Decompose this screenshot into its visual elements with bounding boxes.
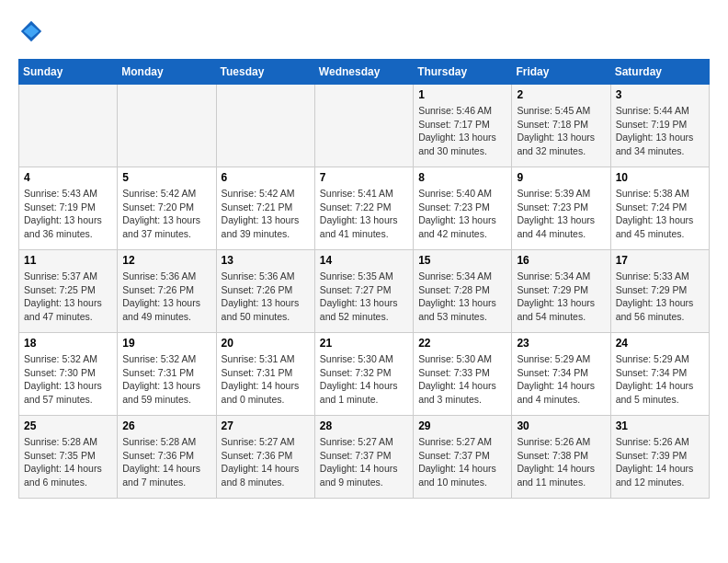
calendar-cell	[118, 85, 216, 167]
day-info: Sunrise: 5:42 AM Sunset: 7:21 PM Dayligh…	[222, 187, 310, 241]
calendar-cell: 17Sunrise: 5:33 AM Sunset: 7:29 PM Dayli…	[610, 250, 709, 333]
day-number: 26	[122, 419, 210, 432]
calendar-cell: 12Sunrise: 5:36 AM Sunset: 7:26 PM Dayli…	[118, 250, 216, 333]
logo	[18, 18, 48, 44]
day-info: Sunrise: 5:28 AM Sunset: 7:35 PM Dayligh…	[24, 435, 112, 489]
calendar-cell: 29Sunrise: 5:27 AM Sunset: 7:37 PM Dayli…	[414, 416, 512, 499]
day-info: Sunrise: 5:43 AM Sunset: 7:19 PM Dayligh…	[24, 187, 112, 241]
day-info: Sunrise: 5:41 AM Sunset: 7:22 PM Dayligh…	[320, 187, 408, 241]
day-info: Sunrise: 5:29 AM Sunset: 7:34 PM Dayligh…	[616, 352, 704, 407]
day-number: 24	[616, 337, 704, 350]
day-number: 30	[517, 419, 605, 432]
day-info: Sunrise: 5:38 AM Sunset: 7:24 PM Dayligh…	[616, 187, 704, 241]
day-info: Sunrise: 5:40 AM Sunset: 7:23 PM Dayligh…	[418, 187, 506, 241]
day-info: Sunrise: 5:26 AM Sunset: 7:38 PM Dayligh…	[517, 435, 605, 489]
weekday-header-monday: Monday	[118, 60, 216, 85]
day-info: Sunrise: 5:32 AM Sunset: 7:31 PM Dayligh…	[122, 352, 210, 407]
calendar-cell: 27Sunrise: 5:27 AM Sunset: 7:36 PM Dayli…	[216, 416, 314, 499]
day-info: Sunrise: 5:30 AM Sunset: 7:32 PM Dayligh…	[320, 352, 408, 407]
calendar-cell: 9Sunrise: 5:39 AM Sunset: 7:23 PM Daylig…	[512, 167, 610, 250]
day-info: Sunrise: 5:37 AM Sunset: 7:25 PM Dayligh…	[24, 270, 112, 324]
day-number: 8	[418, 171, 506, 184]
day-info: Sunrise: 5:36 AM Sunset: 7:26 PM Dayligh…	[222, 270, 310, 324]
calendar-cell: 19Sunrise: 5:32 AM Sunset: 7:31 PM Dayli…	[118, 333, 216, 416]
week-row-5: 25Sunrise: 5:28 AM Sunset: 7:35 PM Dayli…	[19, 416, 710, 499]
day-number: 22	[418, 337, 506, 350]
day-number: 1	[418, 88, 506, 101]
day-info: Sunrise: 5:27 AM Sunset: 7:36 PM Dayligh…	[222, 435, 310, 489]
day-number: 10	[616, 171, 704, 184]
calendar-cell: 8Sunrise: 5:40 AM Sunset: 7:23 PM Daylig…	[414, 167, 512, 250]
day-info: Sunrise: 5:45 AM Sunset: 7:18 PM Dayligh…	[517, 104, 605, 158]
day-info: Sunrise: 5:46 AM Sunset: 7:17 PM Dayligh…	[418, 104, 506, 158]
calendar-cell: 20Sunrise: 5:31 AM Sunset: 7:31 PM Dayli…	[216, 333, 314, 416]
day-info: Sunrise: 5:35 AM Sunset: 7:27 PM Dayligh…	[320, 270, 408, 324]
week-row-2: 4Sunrise: 5:43 AM Sunset: 7:19 PM Daylig…	[19, 167, 710, 250]
calendar-cell	[19, 85, 118, 167]
logo-icon	[18, 18, 44, 44]
weekday-header-row: SundayMondayTuesdayWednesdayThursdayFrid…	[19, 60, 710, 85]
week-row-3: 11Sunrise: 5:37 AM Sunset: 7:25 PM Dayli…	[19, 250, 710, 333]
calendar-cell	[216, 85, 314, 167]
calendar-cell: 25Sunrise: 5:28 AM Sunset: 7:35 PM Dayli…	[19, 416, 118, 499]
day-info: Sunrise: 5:39 AM Sunset: 7:23 PM Dayligh…	[517, 187, 605, 241]
day-info: Sunrise: 5:28 AM Sunset: 7:36 PM Dayligh…	[122, 435, 210, 489]
calendar-cell: 2Sunrise: 5:45 AM Sunset: 7:18 PM Daylig…	[512, 85, 610, 167]
day-number: 15	[418, 254, 506, 267]
day-info: Sunrise: 5:33 AM Sunset: 7:29 PM Dayligh…	[616, 270, 704, 324]
calendar-cell: 11Sunrise: 5:37 AM Sunset: 7:25 PM Dayli…	[19, 250, 118, 333]
day-number: 17	[616, 254, 704, 267]
day-info: Sunrise: 5:26 AM Sunset: 7:39 PM Dayligh…	[616, 435, 704, 489]
calendar-cell: 10Sunrise: 5:38 AM Sunset: 7:24 PM Dayli…	[610, 167, 709, 250]
day-info: Sunrise: 5:34 AM Sunset: 7:28 PM Dayligh…	[418, 270, 506, 324]
day-number: 21	[320, 337, 408, 350]
day-number: 28	[320, 419, 408, 432]
day-number: 13	[222, 254, 310, 267]
page-header	[18, 18, 710, 44]
day-number: 18	[24, 337, 112, 350]
calendar-cell: 3Sunrise: 5:44 AM Sunset: 7:19 PM Daylig…	[610, 85, 709, 167]
day-number: 11	[24, 254, 112, 267]
calendar-cell: 6Sunrise: 5:42 AM Sunset: 7:21 PM Daylig…	[216, 167, 314, 250]
day-number: 7	[320, 171, 408, 184]
day-info: Sunrise: 5:27 AM Sunset: 7:37 PM Dayligh…	[320, 435, 408, 489]
day-info: Sunrise: 5:32 AM Sunset: 7:30 PM Dayligh…	[24, 352, 112, 407]
day-info: Sunrise: 5:27 AM Sunset: 7:37 PM Dayligh…	[418, 435, 506, 489]
calendar-cell: 23Sunrise: 5:29 AM Sunset: 7:34 PM Dayli…	[512, 333, 610, 416]
day-info: Sunrise: 5:36 AM Sunset: 7:26 PM Dayligh…	[122, 270, 210, 324]
day-number: 6	[222, 171, 310, 184]
week-row-1: 1Sunrise: 5:46 AM Sunset: 7:17 PM Daylig…	[19, 85, 710, 167]
day-number: 31	[616, 419, 704, 432]
calendar-table: SundayMondayTuesdayWednesdayThursdayFrid…	[18, 59, 710, 499]
calendar-cell	[314, 85, 413, 167]
calendar-cell: 1Sunrise: 5:46 AM Sunset: 7:17 PM Daylig…	[414, 85, 512, 167]
day-info: Sunrise: 5:42 AM Sunset: 7:20 PM Dayligh…	[122, 187, 210, 241]
weekday-header-thursday: Thursday	[414, 60, 512, 85]
weekday-header-tuesday: Tuesday	[216, 60, 314, 85]
day-info: Sunrise: 5:30 AM Sunset: 7:33 PM Dayligh…	[418, 352, 506, 407]
day-number: 23	[517, 337, 605, 350]
calendar-cell: 14Sunrise: 5:35 AM Sunset: 7:27 PM Dayli…	[314, 250, 413, 333]
calendar-cell: 15Sunrise: 5:34 AM Sunset: 7:28 PM Dayli…	[414, 250, 512, 333]
calendar-cell: 21Sunrise: 5:30 AM Sunset: 7:32 PM Dayli…	[314, 333, 413, 416]
calendar-cell: 13Sunrise: 5:36 AM Sunset: 7:26 PM Dayli…	[216, 250, 314, 333]
calendar-cell: 4Sunrise: 5:43 AM Sunset: 7:19 PM Daylig…	[19, 167, 118, 250]
day-number: 19	[122, 337, 210, 350]
weekday-header-wednesday: Wednesday	[314, 60, 413, 85]
calendar-cell: 16Sunrise: 5:34 AM Sunset: 7:29 PM Dayli…	[512, 250, 610, 333]
day-info: Sunrise: 5:44 AM Sunset: 7:19 PM Dayligh…	[616, 104, 704, 158]
day-number: 14	[320, 254, 408, 267]
day-number: 20	[222, 337, 310, 350]
day-info: Sunrise: 5:29 AM Sunset: 7:34 PM Dayligh…	[517, 352, 605, 407]
day-info: Sunrise: 5:31 AM Sunset: 7:31 PM Dayligh…	[222, 352, 310, 407]
day-number: 16	[517, 254, 605, 267]
day-number: 2	[517, 88, 605, 101]
calendar-cell: 5Sunrise: 5:42 AM Sunset: 7:20 PM Daylig…	[118, 167, 216, 250]
weekday-header-saturday: Saturday	[610, 60, 709, 85]
calendar-cell: 31Sunrise: 5:26 AM Sunset: 7:39 PM Dayli…	[610, 416, 709, 499]
weekday-header-friday: Friday	[512, 60, 610, 85]
day-number: 3	[616, 88, 704, 101]
day-number: 5	[122, 171, 210, 184]
week-row-4: 18Sunrise: 5:32 AM Sunset: 7:30 PM Dayli…	[19, 333, 710, 416]
calendar-cell: 24Sunrise: 5:29 AM Sunset: 7:34 PM Dayli…	[610, 333, 709, 416]
